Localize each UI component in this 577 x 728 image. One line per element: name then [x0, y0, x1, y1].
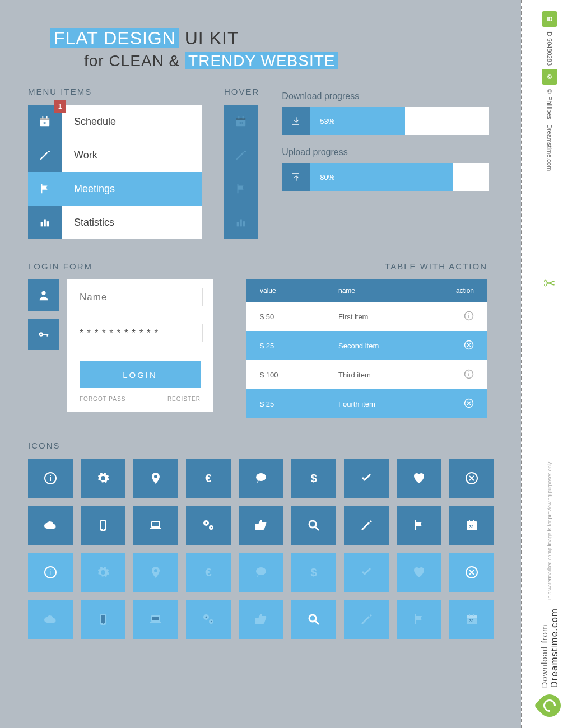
menu-item-statistics[interactable]: Statistics — [28, 206, 202, 239]
watermark-note: This watermarked comp image is for previ… — [547, 461, 552, 601]
table-cell-value: $ 25 — [260, 342, 338, 350]
pencil-icon — [28, 138, 62, 172]
hover-calendar-icon[interactable] — [224, 105, 258, 138]
cloud-icon[interactable] — [28, 506, 73, 545]
laptop-icon[interactable] — [133, 600, 178, 639]
page-title: FLAT DESIGN UI KIT — [50, 28, 493, 49]
menu-item-label: Meetings — [62, 172, 202, 206]
register-link[interactable]: REGISTER — [167, 396, 201, 402]
table-cell-value: $ 50 — [260, 312, 338, 321]
search-icon[interactable] — [291, 506, 336, 545]
menu-item-meetings[interactable]: Meetings — [28, 172, 202, 206]
cancel-icon[interactable] — [449, 459, 494, 498]
menu-item-label: Schedule — [62, 105, 202, 138]
cancel-icon[interactable] — [449, 553, 494, 592]
table-row: $ 100Third item — [246, 360, 487, 389]
forgot-pass-link[interactable]: FORGOT PASS — [80, 396, 125, 402]
info-action-icon[interactable] — [464, 369, 474, 381]
info-icon[interactable] — [28, 459, 73, 498]
table-cell-name: Third item — [338, 371, 440, 379]
image-id: ID 50480283 — [546, 30, 553, 66]
calendar-icon[interactable] — [449, 506, 494, 545]
key-icon — [28, 319, 59, 350]
hover-pencil-icon[interactable] — [224, 138, 258, 172]
calendar-icon[interactable] — [449, 600, 494, 639]
upload-progress-bar: 80% — [282, 163, 489, 191]
laptop-icon[interactable] — [133, 506, 178, 545]
table-cell-name: Fourth item — [338, 400, 440, 408]
flag-icon[interactable] — [397, 600, 441, 639]
table-row: $ 25Second item — [246, 331, 487, 360]
heart-icon[interactable] — [397, 459, 441, 498]
pin-icon[interactable] — [133, 553, 178, 592]
hover-column — [224, 105, 258, 239]
menu-item-label: Work — [62, 138, 202, 172]
section-login-label: LOGIN FORM — [28, 262, 224, 271]
upload-icon — [282, 163, 310, 191]
check-icon[interactable] — [344, 553, 389, 592]
phone-icon[interactable] — [81, 506, 125, 545]
menu-badge: 1 — [54, 100, 66, 113]
name-field[interactable] — [80, 292, 201, 303]
menu-item-schedule[interactable]: 1Schedule — [28, 105, 202, 138]
dollar-icon[interactable] — [291, 459, 336, 498]
cloud-icon[interactable] — [28, 600, 73, 639]
flag-icon[interactable] — [397, 506, 441, 545]
bars-icon — [28, 206, 62, 239]
download-progress-label: Download progress — [282, 91, 489, 101]
id-badge-icon: ID — [542, 11, 557, 27]
password-field[interactable] — [80, 328, 201, 339]
user-icon — [28, 279, 59, 311]
euro-icon[interactable] — [186, 459, 231, 498]
table-cell-name: Second item — [338, 342, 440, 350]
copyright-badge-icon: © — [542, 69, 557, 85]
menu-item-work[interactable]: Work — [28, 138, 202, 172]
login-form: LOGIN FORGOT PASS REGISTER — [67, 279, 213, 412]
section-hover-label: HOVER — [224, 87, 259, 96]
pin-icon[interactable] — [133, 459, 178, 498]
calendar-icon: 1 — [28, 105, 62, 138]
download-progress-value: 53% — [320, 117, 334, 125]
download-from-text: Download fromDreamstime.com — [539, 608, 560, 688]
login-button[interactable]: LOGIN — [80, 361, 201, 388]
menu-item-label: Statistics — [62, 206, 202, 239]
table-row: $ 50First item — [246, 302, 487, 331]
dreamstime-logo-icon — [534, 690, 566, 722]
chat-icon[interactable] — [239, 459, 283, 498]
like-icon[interactable] — [239, 506, 283, 545]
flag-icon — [28, 172, 62, 206]
section-menu-label: MENU ITEMS — [28, 87, 202, 96]
heart-icon[interactable] — [397, 553, 441, 592]
hover-bars-icon[interactable] — [224, 206, 258, 239]
pencil-icon[interactable] — [344, 600, 389, 639]
upload-progress-value: 80% — [320, 173, 334, 181]
chat-icon[interactable] — [239, 553, 283, 592]
table-header: value name action — [246, 279, 487, 302]
menu: 1ScheduleWorkMeetingsStatistics — [28, 105, 202, 239]
watermark-sidebar: ID ID 50480283 © © Phillipes | Dreamstim… — [521, 0, 577, 728]
search-icon[interactable] — [291, 600, 336, 639]
credit-text: © Phillipes | Dreamstime.com — [546, 88, 553, 171]
pencil-icon[interactable] — [344, 506, 389, 545]
download-icon — [282, 107, 310, 135]
upload-progress-label: Upload progress — [282, 147, 489, 157]
check-icon[interactable] — [344, 459, 389, 498]
gear-icon[interactable] — [81, 459, 125, 498]
gears-icon[interactable] — [186, 506, 231, 545]
scissors-icon: ✂ — [543, 275, 556, 292]
gear-icon[interactable] — [81, 553, 125, 592]
section-icons-label: ICONS — [28, 441, 493, 450]
hover-flag-icon[interactable] — [224, 172, 258, 206]
phone-icon[interactable] — [81, 600, 125, 639]
like-icon[interactable] — [239, 600, 283, 639]
download-progress-bar: 53% — [282, 107, 489, 135]
gears-icon[interactable] — [186, 600, 231, 639]
table-cell-value: $ 25 — [260, 400, 338, 408]
cancel-action-icon[interactable] — [464, 398, 474, 410]
info-action-icon[interactable] — [464, 311, 474, 323]
cancel-action-icon[interactable] — [464, 340, 474, 352]
table-cell-name: First item — [338, 312, 440, 321]
info-icon[interactable] — [28, 553, 73, 592]
euro-icon[interactable] — [186, 553, 231, 592]
dollar-icon[interactable] — [291, 553, 336, 592]
